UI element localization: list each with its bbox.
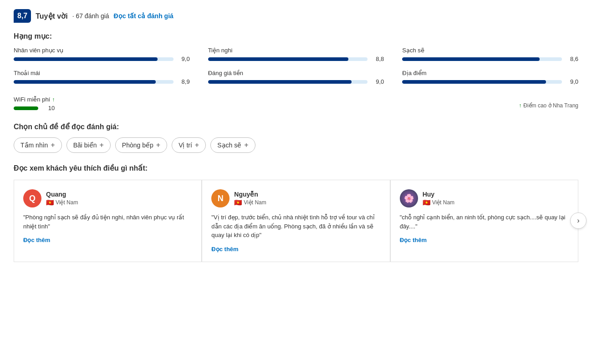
review-text: "Vị trí đẹp, trước biển, chủ nhà nhiệt t… [211,213,380,240]
chip-label: Bãi biển [73,142,97,149]
reviewer-country: 🇻🇳 Việt Nam [423,199,454,206]
chip-label: Sạch sẽ [217,142,241,149]
bar-score: 8,8 [371,56,384,62]
reviewer-name: Nguyễn [234,191,266,198]
chip-plus-icon: + [51,141,55,149]
score-badge: 8,7 [14,9,31,23]
read-all-reviews-link[interactable]: Đọc tất cả đánh giá [114,12,174,20]
categories-title: Hạng mục: [14,32,578,40]
reviewer-country: 🇻🇳 Việt Nam [46,199,78,206]
wifi-label-text: WiFi miễn phí [14,96,50,103]
country-label: Việt Nam [56,199,78,206]
category-label: Địa điểm [402,70,578,76]
reviewer-info: Quang 🇻🇳 Việt Nam [46,191,78,206]
categories-grid: Nhân viên phục vụ 9,0 Tiện nghi 8,8 Sạch… [14,47,578,85]
chip-plus-icon: + [195,141,199,149]
chips-row: Tầm nhìn+Bãi biển+Phòng bếp+Vị trí+Sạch … [14,137,578,153]
score-header: 8,7 Tuyệt vời · 67 đánh giá Đọc tất cả đ… [14,9,578,23]
read-more-link[interactable]: Đọc thêm [23,237,50,243]
topics-section: Chọn chủ đề để đọc đánh giá: Tầm nhìn+Bã… [14,122,578,153]
bar-score: 9,0 [371,78,384,85]
reviewer-name: Huy [423,191,454,198]
reviews-section: Đọc xem khách yêu thích điều gì nhất: Q … [14,164,578,262]
bar-score: 9,0 [177,56,190,62]
chip-label: Tầm nhìn [20,142,48,149]
category-item: Tiện nghi 8,8 [208,47,384,62]
topic-chip[interactable]: Sạch sẽ+ [210,137,255,153]
wifi-up-arrow: ↑ [52,96,55,103]
topic-chip[interactable]: Vị trí+ [172,137,206,153]
avatar: Q [23,189,41,207]
review-text: "chỗ nghỉ cạnh biển, an ninh tốt, phòng … [400,213,569,231]
bar-score: 8,9 [177,78,190,85]
avatar: 🌸 [400,189,418,207]
category-item: Đáng giá tiền 9,0 [208,70,384,85]
category-item: Địa điểm 9,0 [402,70,578,85]
read-more-link[interactable]: Đọc thêm [211,246,238,253]
reviews-grid: Q Quang 🇻🇳 Việt Nam "Phòng nghỉ sạch sẽ … [14,180,578,262]
review-card: N Nguyễn 🇻🇳 Việt Nam "Vị trí đẹp, trước … [202,180,390,262]
wifi-bar-track [14,106,38,110]
category-label: Sạch sẽ [402,47,578,54]
bar-score: 9,0 [566,78,578,85]
topic-chip[interactable]: Phòng bếp+ [115,137,167,153]
high-score-arrow-icon: ↑ [519,102,521,109]
reviewer-info: Huy 🇻🇳 Việt Nam [423,191,454,206]
high-score-note: ↑ Điểm cao ở Nha Trang [519,102,578,109]
country-label: Việt Nam [244,199,266,206]
category-label: Nhân viên phục vụ [14,47,190,54]
category-item: Thoải mái 8,9 [14,70,190,85]
chip-plus-icon: + [156,141,160,149]
bar-fill [14,80,156,84]
bar-track [14,57,174,61]
bar-track [208,80,368,84]
review-card: Q Quang 🇻🇳 Việt Nam "Phòng nghỉ sạch sẽ … [14,180,202,262]
read-more-link[interactable]: Đọc thêm [400,237,427,243]
reviews-title: Đọc xem khách yêu thích điều gì nhất: [14,164,578,172]
flag-icon: 🇻🇳 [46,199,54,206]
chip-label: Vị trí [179,142,192,149]
reviewer-info: Nguyễn 🇻🇳 Việt Nam [234,191,266,206]
bar-fill [402,57,540,61]
wifi-category: WiFi miễn phí ↑ 10 [14,96,55,111]
review-text: "Phòng nghỉ sạch sẽ đầy đủ tiện nghi, nh… [23,213,192,231]
topic-chip[interactable]: Bãi biển+ [66,137,111,153]
score-label: Tuyệt vời [36,12,67,20]
wifi-bar-fill [14,106,38,110]
country-label: Việt Nam [432,199,454,206]
category-label: Tiện nghi [208,47,384,54]
reviewer-name: Quang [46,191,78,198]
bar-track [402,57,562,61]
chip-plus-icon: + [100,141,104,149]
flag-icon: 🇻🇳 [234,199,242,206]
topics-title: Chọn chủ đề để đọc đánh giá: [14,122,578,131]
avatar: N [211,189,230,207]
chip-label: Phòng bếp [122,142,153,149]
category-item: Nhân viên phục vụ 9,0 [14,47,190,62]
bar-fill [14,57,158,61]
high-score-text: Điểm cao ở Nha Trang [523,102,578,109]
review-count: · 67 đánh giá [72,12,109,20]
category-label: Đáng giá tiền [208,70,384,76]
bar-fill [208,57,349,61]
bar-track [208,57,368,61]
bar-fill [402,80,546,84]
flag-icon: 🇻🇳 [423,199,430,206]
wifi-score: 10 [42,105,55,111]
category-item: Sạch sẽ 8,6 [402,47,578,62]
reviewer-country: 🇻🇳 Việt Nam [234,199,266,206]
category-label: Thoải mái [14,70,190,76]
bar-score: 8,6 [566,56,578,62]
bar-track [14,80,174,84]
chip-plus-icon: + [244,141,248,149]
review-card: 🌸 Huy 🇻🇳 Việt Nam "chỗ nghỉ cạnh biển, a… [390,180,578,262]
topic-chip[interactable]: Tầm nhìn+ [14,137,62,153]
next-reviews-button[interactable]: › [570,212,587,229]
bar-fill [208,80,352,84]
bar-track [402,80,562,84]
